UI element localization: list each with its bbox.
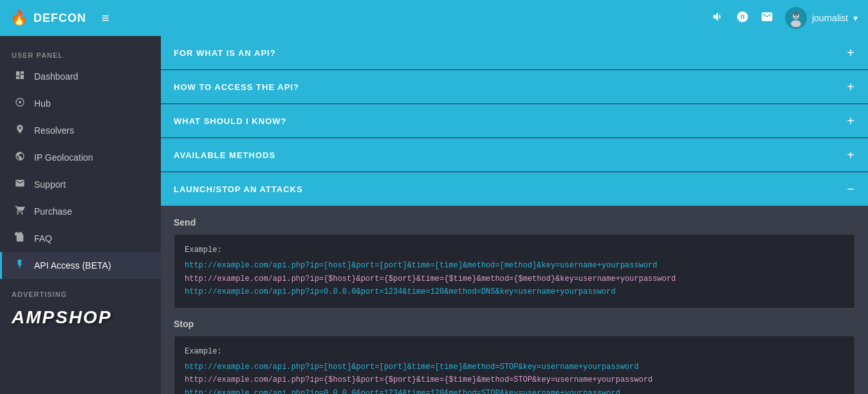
user-chevron-icon: ▾ xyxy=(853,13,858,23)
advertising-section-label: ADVERTISING xyxy=(0,279,161,302)
support-icon xyxy=(14,178,26,191)
user-menu[interactable]: journalist ▾ xyxy=(785,7,858,29)
skype-icon[interactable] xyxy=(736,10,749,26)
avatar xyxy=(785,7,807,29)
dashboard-icon xyxy=(14,70,26,83)
sidebar-item-label: Support xyxy=(34,179,66,190)
megaphone-icon[interactable] xyxy=(712,10,725,26)
flame-icon: 🔥 xyxy=(10,10,28,26)
sidebar: USER PANEL Dashboard Hub Resolvers IP Ge… xyxy=(0,36,161,394)
sidebar-item-label: Resolvers xyxy=(34,125,74,136)
accordion-header-how-to-access[interactable]: HOW TO ACCESS THE API? + xyxy=(161,70,868,103)
ampshop-logo[interactable]: AMPSHOP xyxy=(0,302,161,333)
send-section-title: Send xyxy=(174,217,855,228)
sidebar-item-faq[interactable]: FAQ xyxy=(0,225,161,252)
sidebar-item-hub[interactable]: Hub xyxy=(0,90,161,117)
sidebar-item-api-access[interactable]: API Access (BETA) xyxy=(0,252,161,279)
accordion-label: FOR WHAT IS AN API? xyxy=(174,48,276,58)
stop-code-line-3: http://example.com/api.php?ip=0.0.0.0&po… xyxy=(185,387,844,394)
sidebar-item-resolvers[interactable]: Resolvers xyxy=(0,117,161,144)
accordion-toggle-icon: + xyxy=(847,148,855,161)
svg-point-7 xyxy=(19,101,21,103)
sidebar-item-dashboard[interactable]: Dashboard xyxy=(0,63,161,90)
user-panel-label: USER PANEL xyxy=(0,42,161,63)
accordion-label: HOW TO ACCESS THE API? xyxy=(174,82,299,92)
accordion-item-launch-stop: LAUNCH/STOP AN ATTACKS − Send Example: h… xyxy=(161,172,868,394)
accordion-item-what-is-api: FOR WHAT IS AN API? + xyxy=(161,36,868,70)
accordion-header-launch-stop[interactable]: LAUNCH/STOP AN ATTACKS − xyxy=(161,172,868,206)
username-label: journalist xyxy=(812,13,848,23)
top-navigation: 🔥 DEFCON ≡ xyxy=(0,0,868,36)
app-title: DEFCON xyxy=(33,12,86,25)
purchase-icon xyxy=(14,205,26,218)
geolocation-icon xyxy=(14,151,26,164)
stop-section-title: Stop xyxy=(174,319,855,329)
svg-point-3 xyxy=(794,15,795,16)
stop-code-block: Example: http://example.com/api.php?ip=[… xyxy=(174,336,855,394)
main-content: FOR WHAT IS AN API? + HOW TO ACCESS THE … xyxy=(161,36,868,394)
sidebar-item-support[interactable]: Support xyxy=(0,171,161,198)
accordion-toggle-icon: + xyxy=(847,114,855,127)
accordion-header-what-is-api[interactable]: FOR WHAT IS AN API? + xyxy=(161,36,868,69)
accordion-item-how-to-access: HOW TO ACCESS THE API? + xyxy=(161,70,868,104)
hub-icon xyxy=(14,97,26,110)
send-code-label: Example: xyxy=(185,244,844,256)
sidebar-item-label: API Access (BETA) xyxy=(34,260,111,271)
accordion-body-launch-stop: Send Example: http://example.com/api.php… xyxy=(161,206,868,394)
sidebar-item-purchase[interactable]: Purchase xyxy=(0,198,161,225)
nav-icon-group: journalist ▾ xyxy=(712,7,858,29)
accordion-header-what-to-know[interactable]: WHAT SHOULD I KNOW? + xyxy=(161,104,868,138)
main-layout: USER PANEL Dashboard Hub Resolvers IP Ge… xyxy=(0,36,868,394)
sidebar-item-ip-geolocation[interactable]: IP Geolocation xyxy=(0,144,161,171)
accordion-header-available-methods[interactable]: AVAILABLE METHODS + xyxy=(161,138,868,172)
accordion-toggle-icon: − xyxy=(847,183,855,195)
svg-point-4 xyxy=(797,15,798,16)
accordion-label: AVAILABLE METHODS xyxy=(174,150,275,160)
send-code-line-3: http://example.com/api.php?ip=0.0.0.0&po… xyxy=(185,285,844,298)
stop-code-line-2: http://example.com/api.php?ip={$host}&po… xyxy=(185,373,844,386)
sidebar-item-label: Hub xyxy=(34,98,51,109)
stop-code-line-1: http://example.com/api.php?ip=[host]&por… xyxy=(185,361,844,373)
resolvers-icon xyxy=(14,124,26,137)
accordion-item-what-to-know: WHAT SHOULD I KNOW? + xyxy=(161,104,868,138)
send-code-block: Example: http://example.com/api.php?ip=[… xyxy=(174,234,855,309)
accordion-toggle-icon: + xyxy=(847,80,855,93)
faq-icon xyxy=(14,232,26,245)
send-code-line-1: http://example.com/api.php?ip=[host]&por… xyxy=(185,259,844,272)
svg-rect-5 xyxy=(793,13,799,14)
send-code-line-2: http://example.com/api.php?ip={$host}&po… xyxy=(185,273,844,285)
stop-code-label: Example: xyxy=(185,345,844,358)
app-logo: 🔥 DEFCON xyxy=(10,10,86,26)
accordion-item-available-methods: AVAILABLE METHODS + xyxy=(161,138,868,172)
api-icon xyxy=(14,259,26,272)
accordion-toggle-icon: + xyxy=(847,46,855,59)
sidebar-item-label: Purchase xyxy=(34,206,72,217)
accordion-label: WHAT SHOULD I KNOW? xyxy=(174,116,286,126)
sidebar-item-label: FAQ xyxy=(34,233,52,244)
mail-icon[interactable] xyxy=(761,10,773,26)
accordion-label: LAUNCH/STOP AN ATTACKS xyxy=(174,184,303,194)
hamburger-button[interactable]: ≡ xyxy=(102,11,109,26)
sidebar-item-label: Dashboard xyxy=(34,71,78,82)
sidebar-item-label: IP Geolocation xyxy=(34,152,93,163)
